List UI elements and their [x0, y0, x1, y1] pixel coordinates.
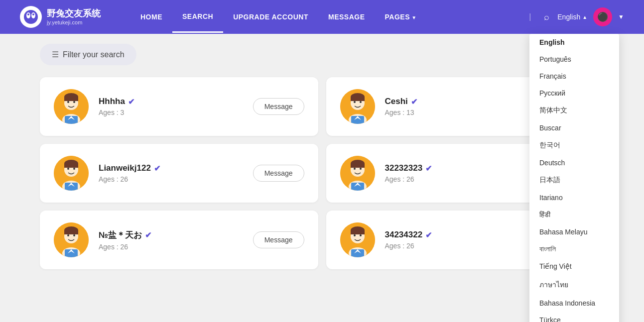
profile-age: Ages : 26 [99, 243, 243, 251]
logo-text: 野兔交友系统 jy.yetukeji.com [47, 8, 101, 25]
svg-point-19 [354, 101, 356, 103]
svg-rect-58 [351, 230, 365, 234]
svg-point-38 [360, 168, 362, 170]
profile-info: №盐＊天お ✔ Ages : 26 [99, 229, 243, 251]
profile-name-text: 32232323 [385, 163, 423, 173]
header: 野兔交友系统 jy.yetukeji.com HOME SEARCH UPGRA… [0, 0, 644, 34]
nav-pages[interactable]: PAGES [375, 2, 427, 32]
profile-name: 32232323 ✔ [385, 163, 529, 173]
svg-point-4 [32, 13, 34, 15]
lang-option[interactable]: Türkçe [529, 312, 619, 322]
lang-option[interactable]: ภาษาไทย [529, 275, 619, 295]
profile-name-text: Lianweikj122 [99, 163, 151, 173]
svg-rect-49 [64, 230, 78, 234]
verified-icon: ✔ [154, 164, 160, 173]
nav-separator: | [529, 12, 531, 21]
logo[interactable]: 野兔交友系统 jy.yetukeji.com [20, 6, 101, 28]
lang-option[interactable]: Tiếng Việt [529, 258, 619, 275]
profile-age: Ages : 26 [385, 242, 529, 250]
profile-age: Ages : 3 [99, 108, 243, 116]
verified-icon: ✔ [128, 97, 134, 107]
language-selector[interactable]: English ▲ [557, 13, 587, 21]
lang-option[interactable]: Português [529, 51, 619, 68]
svg-point-56 [360, 234, 362, 236]
nav-search[interactable]: SEARCH [172, 1, 223, 33]
lang-option[interactable]: Français [529, 68, 619, 85]
svg-point-10 [67, 101, 69, 103]
svg-rect-22 [351, 97, 365, 101]
profile-info: Hhhha ✔ Ages : 3 [99, 97, 243, 116]
verified-icon: ✔ [145, 230, 151, 240]
lang-option[interactable]: 日本語 [529, 171, 619, 189]
search-icon[interactable]: ⌕ [542, 10, 551, 24]
message-button[interactable]: Message [253, 231, 304, 248]
svg-point-29 [73, 168, 75, 170]
svg-point-11 [73, 101, 75, 103]
profile-name-text: Ceshi [385, 97, 408, 107]
logo-title: 野兔交友系统 [47, 8, 101, 19]
verified-icon: ✔ [411, 97, 417, 107]
account-dropdown-arrow[interactable]: ▼ [618, 13, 624, 20]
profile-name-text: 34234322 [385, 230, 423, 240]
profile-info: 34234322 ✔ Ages : 26 [385, 230, 529, 250]
svg-point-55 [354, 234, 356, 236]
main-nav: HOME SEARCH UPGRADE ACCOUNT MESSAGE PAGE… [130, 1, 427, 33]
lang-option[interactable]: हिंडी [529, 206, 619, 223]
profile-info: Lianweikj122 ✔ Ages : 26 [99, 163, 243, 183]
lang-option[interactable]: Buscar [529, 119, 619, 136]
profile-name: Lianweikj122 ✔ [99, 163, 243, 173]
profile-avatar [340, 89, 375, 124]
svg-point-20 [360, 101, 362, 103]
current-language: English [557, 13, 580, 21]
filter-icon: ☰ [52, 50, 59, 59]
profile-name: 34234322 ✔ [385, 230, 529, 240]
lang-option[interactable]: Deutsch [529, 154, 619, 171]
filter-button[interactable]: ☰ Filter your search [40, 44, 136, 65]
lang-option[interactable]: Русский [529, 85, 619, 102]
svg-rect-13 [64, 97, 78, 101]
language-dropdown: EnglishPortuguêsFrançaisРусский简体中文Busca… [529, 34, 619, 322]
nav-home[interactable]: HOME [130, 2, 172, 32]
header-right: | ⌕ English ▲ ⚫ ▼ [524, 7, 624, 26]
lang-arrow-icon: ▲ [582, 14, 587, 20]
nav-upgrade[interactable]: UPGRADE ACCOUNT [223, 2, 318, 32]
user-avatar-button[interactable]: ⚫ [593, 7, 612, 26]
profile-age: Ages : 26 [99, 175, 243, 183]
svg-rect-40 [351, 164, 365, 168]
profile-name-text: №盐＊天お [99, 229, 142, 241]
lang-option[interactable]: Bahasa Indonesia [529, 295, 619, 312]
profile-avatar [54, 89, 89, 124]
profile-name: Ceshi ✔ [385, 97, 529, 107]
message-button[interactable]: Message [253, 165, 304, 182]
lang-option[interactable]: 简体中文 [529, 102, 619, 119]
profile-name: №盐＊天お ✔ [99, 229, 243, 241]
profile-avatar [54, 222, 89, 257]
profile-avatar [54, 156, 89, 191]
lang-option[interactable]: 한국어 [529, 136, 619, 154]
profile-card: Hhhha ✔ Ages : 3 Message [40, 77, 318, 136]
svg-point-0 [24, 10, 38, 24]
profile-card: Lianweikj122 ✔ Ages : 26 Message [40, 144, 318, 203]
logo-subtitle: jy.yetukeji.com [47, 19, 101, 25]
logo-icon [20, 6, 42, 28]
lang-option[interactable]: বাংলালি [529, 240, 619, 258]
filter-label: Filter your search [63, 50, 125, 59]
profile-name: Hhhha ✔ [99, 97, 243, 107]
lang-option[interactable]: Itariano [529, 189, 619, 206]
nav-message[interactable]: MESSAGE [318, 2, 375, 32]
profile-age: Ages : 26 [385, 175, 529, 183]
message-button[interactable]: Message [253, 98, 304, 115]
lang-option[interactable]: English [529, 34, 619, 51]
svg-point-28 [67, 168, 69, 170]
svg-point-37 [354, 168, 356, 170]
svg-point-46 [67, 234, 69, 236]
profile-avatar [340, 222, 375, 257]
svg-point-47 [73, 234, 75, 236]
avatar-icon: ⚫ [597, 11, 608, 22]
svg-point-3 [27, 13, 29, 15]
svg-rect-31 [64, 164, 78, 168]
profile-card: №盐＊天お ✔ Ages : 26 Message [40, 211, 318, 269]
lang-option[interactable]: Bahasa Melayu [529, 223, 619, 240]
profiles-grid: Hhhha ✔ Ages : 3 Message [40, 77, 604, 269]
profile-info: Ceshi ✔ Ages : 13 [385, 97, 529, 116]
